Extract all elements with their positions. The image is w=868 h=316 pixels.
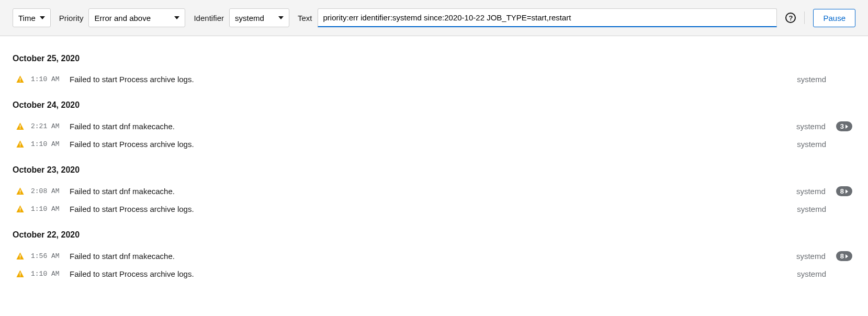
date-group: October 25, 20201:10 AMFailed to start P…	[13, 54, 855, 88]
priority-dropdown[interactable]: Error and above	[88, 8, 185, 27]
caret-right-icon	[846, 254, 848, 258]
log-identifier: systemd	[796, 187, 826, 196]
log-timestamp: 1:10 AM	[31, 140, 63, 148]
pause-button-label: Pause	[823, 14, 846, 22]
svg-rect-4	[20, 143, 20, 145]
warning-icon	[16, 252, 25, 261]
log-identifier: systemd	[797, 205, 826, 213]
identifier-dropdown-value: systemd	[235, 14, 264, 22]
svg-rect-12	[20, 273, 20, 275]
warning-icon-wrap	[16, 140, 25, 149]
warning-icon-wrap	[16, 205, 25, 213]
badge-count: 8	[840, 252, 844, 260]
date-group: October 22, 20201:56 AMFailed to start d…	[13, 230, 855, 283]
log-message: Failed to start Process archive logs.	[70, 269, 791, 278]
log-row[interactable]: 1:56 AMFailed to start dnf makecache.sys…	[13, 247, 855, 265]
log-timestamp: 1:10 AM	[31, 270, 63, 278]
log-row[interactable]: 1:10 AMFailed to start Process archive l…	[13, 136, 855, 153]
warning-icon-wrap	[16, 75, 25, 84]
svg-rect-3	[20, 128, 20, 129]
log-identifier: systemd	[797, 140, 826, 149]
warning-icon	[16, 122, 25, 131]
caret-right-icon	[846, 189, 848, 194]
svg-rect-5	[20, 146, 20, 146]
log-timestamp: 1:10 AM	[31, 75, 63, 83]
svg-rect-6	[20, 190, 20, 193]
priority-label: Priority	[59, 14, 84, 22]
caret-down-icon	[40, 16, 45, 19]
pause-button[interactable]: Pause	[813, 9, 855, 27]
log-row[interactable]: 2:21 AMFailed to start dnf makecache.sys…	[13, 117, 855, 136]
svg-rect-11	[20, 258, 20, 258]
warning-icon-wrap	[16, 187, 25, 196]
log-identifier: systemd	[796, 252, 826, 261]
log-message: Failed to start Process archive logs.	[70, 75, 791, 84]
svg-rect-0	[20, 78, 20, 81]
warning-icon-wrap	[16, 252, 25, 261]
help-glyph: ?	[788, 14, 793, 22]
text-filter-label: Text	[298, 14, 312, 22]
log-timestamp: 1:10 AM	[31, 205, 63, 213]
text-filter-group: Text	[298, 8, 777, 27]
log-timestamp: 2:21 AM	[31, 122, 63, 130]
time-dropdown-label: Time	[18, 14, 36, 22]
log-message: Failed to start dnf makecache.	[70, 252, 790, 261]
log-message: Failed to start Process archive logs.	[70, 140, 791, 149]
date-header: October 24, 2020	[13, 100, 855, 110]
log-container: October 25, 20201:10 AMFailed to start P…	[0, 36, 868, 293]
svg-rect-10	[20, 255, 20, 257]
count-badge[interactable]: 3	[836, 121, 852, 131]
log-identifier: systemd	[797, 75, 826, 84]
log-message: Failed to start Process archive logs.	[70, 205, 791, 213]
caret-right-icon	[846, 125, 848, 129]
time-dropdown[interactable]: Time	[13, 8, 51, 27]
warning-icon	[16, 187, 25, 196]
log-row[interactable]: 1:10 AMFailed to start Process archive l…	[13, 200, 855, 218]
warning-icon	[16, 205, 25, 213]
log-identifier: systemd	[797, 269, 826, 278]
identifier-dropdown[interactable]: systemd	[229, 8, 289, 27]
svg-rect-8	[20, 208, 20, 210]
warning-icon-wrap	[16, 269, 25, 278]
caret-down-icon	[174, 16, 179, 19]
filter-toolbar: Time Priority Error and above Identifier…	[0, 0, 868, 36]
log-timestamp: 2:08 AM	[31, 187, 63, 195]
log-message: Failed to start dnf makecache.	[70, 122, 790, 131]
svg-rect-7	[20, 193, 20, 194]
warning-icon	[16, 140, 25, 149]
svg-rect-13	[20, 276, 20, 276]
text-filter-input[interactable]	[318, 8, 777, 27]
date-header: October 22, 2020	[13, 230, 855, 240]
log-identifier: systemd	[796, 122, 826, 131]
log-row[interactable]: 1:10 AMFailed to start Process archive l…	[13, 71, 855, 88]
help-icon[interactable]: ?	[785, 13, 796, 23]
svg-rect-9	[20, 211, 20, 211]
identifier-group: Identifier systemd	[194, 8, 289, 27]
log-row[interactable]: 1:10 AMFailed to start Process archive l…	[13, 265, 855, 283]
toolbar-divider	[804, 12, 805, 24]
warning-icon	[16, 269, 25, 278]
count-badge[interactable]: 8	[836, 186, 852, 196]
date-group: October 23, 20202:08 AMFailed to start d…	[13, 165, 855, 218]
caret-down-icon	[278, 16, 284, 19]
log-timestamp: 1:56 AM	[31, 252, 63, 260]
badge-count: 3	[840, 122, 844, 130]
count-badge[interactable]: 8	[836, 251, 852, 261]
svg-rect-2	[20, 125, 20, 128]
date-header: October 25, 2020	[13, 54, 855, 63]
warning-icon	[16, 75, 25, 84]
priority-group: Priority Error and above	[59, 8, 186, 27]
log-row[interactable]: 2:08 AMFailed to start dnf makecache.sys…	[13, 182, 855, 200]
priority-dropdown-value: Error and above	[94, 14, 151, 22]
date-group: October 24, 20202:21 AMFailed to start d…	[13, 100, 855, 153]
log-message: Failed to start dnf makecache.	[70, 187, 790, 196]
identifier-label: Identifier	[194, 14, 224, 22]
date-header: October 23, 2020	[13, 165, 855, 175]
badge-count: 8	[840, 187, 844, 195]
warning-icon-wrap	[16, 122, 25, 131]
svg-rect-1	[20, 81, 20, 82]
time-group: Time	[13, 8, 51, 27]
